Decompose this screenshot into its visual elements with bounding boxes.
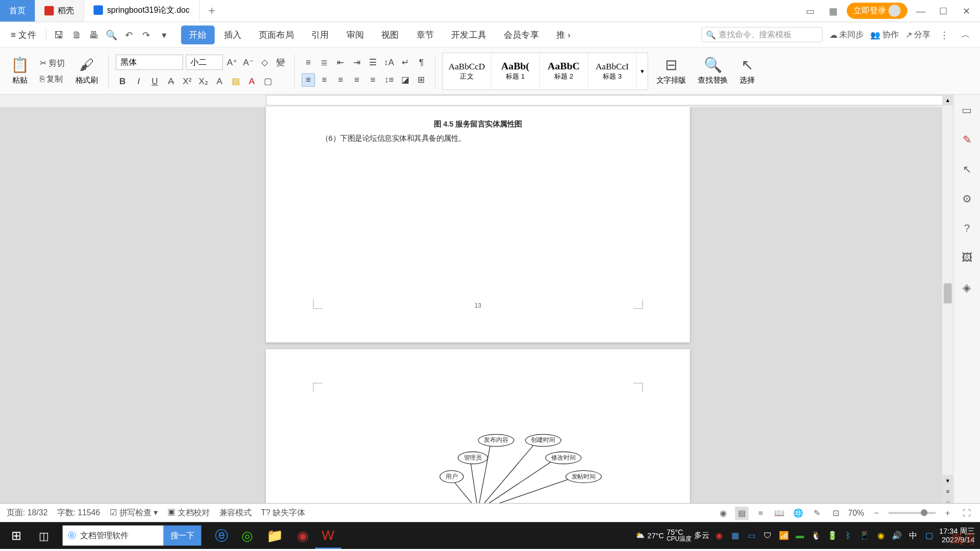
tab-layout[interactable]: 页面布局 (251, 25, 302, 44)
underline-icon[interactable]: U (148, 74, 161, 87)
start-button[interactable]: ⊞ (0, 522, 32, 549)
tray-wifi-icon[interactable]: 📶 (778, 530, 790, 542)
align-center-icon[interactable]: ≡ (317, 73, 331, 86)
tab-document[interactable]: springboot319论文.doc (84, 0, 200, 21)
tab-more[interactable]: 推 › (548, 25, 578, 44)
fullscreen-icon[interactable]: ⛶ (960, 506, 973, 519)
cut-button[interactable]: ✂剪切 (37, 56, 67, 70)
tab-reference[interactable]: 引用 (303, 25, 337, 44)
tray-icon[interactable]: ▬ (794, 530, 806, 542)
tab-devtools[interactable]: 开发工具 (443, 25, 494, 44)
scroll-up-button[interactable]: ▲ (942, 95, 953, 106)
paste-button[interactable]: 📋 粘贴 (7, 55, 33, 87)
text-direction-icon[interactable]: ↕A (382, 56, 396, 69)
document-area[interactable]: 留言内容 创建时间 用户 回复时间 服务信息 回复内容 主键 留言时间 服务留言… (0, 107, 953, 518)
style-heading1[interactable]: AaBb(标题 1 (492, 53, 540, 89)
reading-mode-icon[interactable]: ▭ (801, 2, 820, 20)
taskbar-app1[interactable]: ◉ (290, 522, 315, 549)
tray-security-icon[interactable]: 🛡 (762, 530, 774, 542)
superscript-icon[interactable]: X² (180, 74, 193, 87)
collapse-ribbon-icon[interactable]: ︿ (959, 27, 973, 42)
bold-icon[interactable]: B (116, 74, 129, 87)
sort-icon[interactable]: ☰ (366, 56, 379, 69)
settings-slider-icon[interactable]: ⚙ (959, 190, 975, 207)
tab-home[interactable]: 首页 (0, 0, 35, 21)
align-left-icon[interactable]: ≡ (302, 73, 315, 86)
taskbar-explorer[interactable]: 📁 (260, 522, 290, 549)
char-border-icon[interactable]: ▢ (261, 74, 275, 87)
line-break-icon[interactable]: ↵ (399, 56, 412, 69)
borders-icon[interactable]: ⊞ (414, 73, 428, 86)
tray-bluetooth-icon[interactable]: ᛒ (842, 530, 854, 542)
page-indicator[interactable]: 页面: 18/32 (7, 507, 47, 518)
save-icon[interactable]: 🖫 (52, 27, 66, 42)
tray-icon[interactable]: 🐧 (810, 530, 822, 542)
prev-page-button[interactable]: ≡ (942, 486, 953, 496)
text-layout-button[interactable]: ⊟ 文字排版 (652, 55, 690, 87)
increase-indent-icon[interactable]: ⇥ (350, 56, 363, 69)
vertical-scrollbar[interactable]: ▲ ▼ ≡ ○ ≡ (942, 95, 953, 518)
toolbox-icon[interactable]: ▭ (959, 102, 975, 118)
highlight-icon[interactable]: ▤ (229, 74, 242, 87)
image-tool-icon[interactable]: 🖼 (959, 249, 975, 266)
tray-icon[interactable]: 📱 (859, 530, 871, 542)
minimize-button[interactable]: — (912, 2, 930, 20)
login-button[interactable]: 立即登录 (847, 3, 908, 19)
ruler[interactable] (0, 95, 980, 107)
search-submit-button[interactable]: 搜一下 (163, 525, 201, 546)
tray-volume-icon[interactable]: 🔊 (891, 530, 903, 542)
ribbon-menu-icon[interactable]: ⋮ (937, 27, 952, 42)
scroll-thumb[interactable] (944, 283, 952, 304)
shading-icon[interactable]: ◪ (399, 73, 412, 86)
tab-view[interactable]: 视图 (373, 25, 407, 44)
redo-icon[interactable]: ↷ (139, 27, 154, 42)
collab-button[interactable]: 👥协作 (870, 29, 898, 40)
line-spacing-icon[interactable]: ↕≡ (382, 73, 396, 86)
tray-icon[interactable]: ◉ (713, 530, 725, 542)
command-search[interactable]: 🔍 查找命令、搜索模板 (701, 27, 822, 42)
font-name-select[interactable]: 黑体 (116, 55, 183, 70)
weather-widget[interactable]: ⛅ 27°C 75°C CPU温度 多云 (635, 528, 709, 543)
style-heading3[interactable]: AaBbCcI标题 3 (589, 53, 637, 89)
clear-format-icon[interactable]: ◇ (258, 56, 271, 69)
save-as-icon[interactable]: 🗎 (69, 27, 84, 42)
style-heading2[interactable]: AaBbC标题 2 (540, 53, 589, 89)
tray-icon[interactable]: ▭ (745, 530, 757, 542)
apps-icon[interactable]: ▦ (824, 2, 843, 20)
strike-icon[interactable]: A̶ (164, 74, 178, 87)
decrease-indent-icon[interactable]: ⇤ (334, 56, 347, 69)
print-icon[interactable]: 🖶 (87, 27, 102, 42)
focus-mode-icon[interactable]: ◉ (716, 506, 729, 519)
phonetic-icon[interactable]: 變 (274, 56, 287, 69)
help-icon[interactable]: ? (959, 220, 975, 236)
justify-icon[interactable]: ≡ (350, 73, 363, 86)
distribute-icon[interactable]: ≡ (366, 73, 379, 86)
fit-page-icon[interactable]: ⊡ (829, 506, 843, 519)
undo-icon[interactable]: ↶ (121, 27, 136, 42)
select-arrow-icon[interactable]: ↖ (959, 161, 975, 177)
tab-chapter[interactable]: 章节 (408, 25, 442, 44)
taskbar-clock[interactable]: 17:34 周三 2022/9/14 (939, 527, 974, 544)
pen-icon[interactable]: ✎ (959, 131, 975, 147)
italic-icon[interactable]: I (132, 74, 145, 87)
reading-view-icon[interactable]: 📖 (773, 506, 786, 519)
tray-battery-icon[interactable]: 🔋 (826, 530, 839, 542)
format-painter-button[interactable]: 🖌 格式刷 (71, 55, 102, 87)
outline-view-icon[interactable]: ≡ (754, 506, 767, 519)
taskbar-360[interactable]: ◎ (235, 522, 260, 549)
zoom-in-button[interactable]: + (941, 506, 954, 519)
unsync-button[interactable]: ☁未同步 (829, 29, 864, 40)
shrink-font-icon[interactable]: A⁻ (241, 56, 255, 69)
tab-insert[interactable]: 插入 (216, 25, 250, 44)
tab-start[interactable]: 开始 (181, 25, 214, 44)
font-size-select[interactable]: 小二 (186, 55, 223, 70)
word-count[interactable]: 字数: 11546 (57, 507, 100, 518)
select-button[interactable]: ↖ 选择 (736, 55, 758, 87)
tab-member[interactable]: 会员专享 (496, 25, 547, 44)
print-preview-icon[interactable]: 🔍 (104, 27, 119, 42)
align-right-icon[interactable]: ≡ (334, 73, 347, 86)
tray-icon[interactable]: ▦ (729, 530, 742, 542)
doccheck-button[interactable]: ▣ 文档校对 (167, 507, 210, 518)
zoom-level[interactable]: 70% (848, 508, 865, 517)
tab-review[interactable]: 审阅 (338, 25, 372, 44)
